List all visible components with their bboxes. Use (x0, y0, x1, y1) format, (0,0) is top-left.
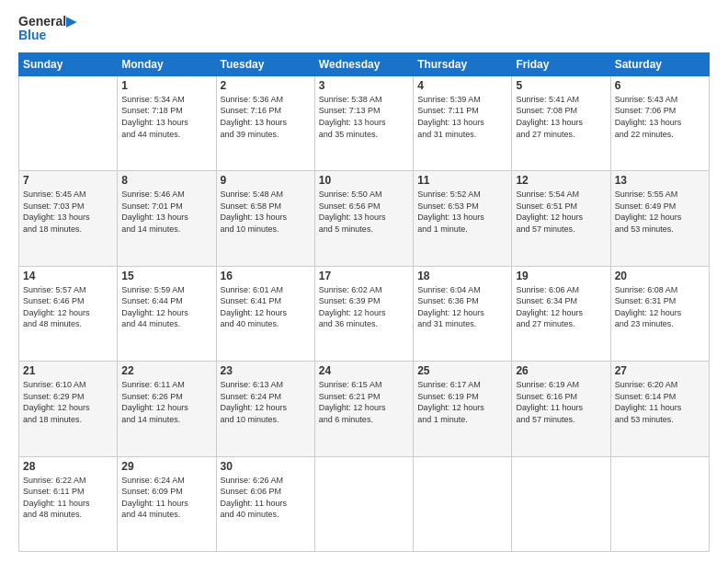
calendar-cell: 25Sunrise: 6:17 AM Sunset: 6:19 PM Dayli… (414, 362, 512, 456)
cell-info: Sunrise: 5:36 AM Sunset: 7:16 PM Dayligh… (221, 94, 311, 140)
cell-info: Sunrise: 6:10 AM Sunset: 6:29 PM Dayligh… (23, 379, 113, 425)
cell-info: Sunrise: 5:34 AM Sunset: 7:18 PM Dayligh… (121, 94, 211, 140)
calendar-cell: 16Sunrise: 6:01 AM Sunset: 6:41 PM Dayli… (216, 266, 314, 361)
week-row-3: 14Sunrise: 5:57 AM Sunset: 6:46 PM Dayli… (19, 266, 710, 361)
cell-info: Sunrise: 5:41 AM Sunset: 7:08 PM Dayligh… (516, 94, 606, 140)
day-number: 22 (121, 364, 211, 377)
calendar-cell (414, 456, 512, 551)
calendar-cell: 2Sunrise: 5:36 AM Sunset: 7:16 PM Daylig… (216, 75, 314, 170)
cell-info: Sunrise: 5:38 AM Sunset: 7:13 PM Dayligh… (319, 94, 409, 140)
cell-info: Sunrise: 5:39 AM Sunset: 7:11 PM Dayligh… (417, 94, 507, 140)
cell-info: Sunrise: 5:55 AM Sunset: 6:49 PM Dayligh… (615, 189, 705, 235)
weekday-header-tuesday: Tuesday (216, 52, 314, 75)
day-number: 23 (221, 364, 311, 377)
calendar-cell: 17Sunrise: 6:02 AM Sunset: 6:39 PM Dayli… (314, 266, 413, 361)
cell-info: Sunrise: 5:59 AM Sunset: 6:44 PM Dayligh… (121, 284, 211, 330)
logo-blue: Blue (18, 29, 46, 42)
cell-info: Sunrise: 5:45 AM Sunset: 7:03 PM Dayligh… (23, 189, 113, 235)
calendar-cell: 22Sunrise: 6:11 AM Sunset: 6:26 PM Dayli… (118, 362, 216, 456)
calendar-cell: 3Sunrise: 5:38 AM Sunset: 7:13 PM Daylig… (314, 75, 413, 170)
calendar-cell: 30Sunrise: 6:26 AM Sunset: 6:06 PM Dayli… (216, 456, 314, 551)
cell-info: Sunrise: 6:01 AM Sunset: 6:41 PM Dayligh… (221, 284, 311, 330)
day-number: 1 (121, 79, 211, 92)
day-number: 21 (23, 364, 113, 377)
calendar-cell: 13Sunrise: 5:55 AM Sunset: 6:49 PM Dayli… (610, 171, 709, 266)
day-number: 15 (121, 270, 211, 282)
cell-info: Sunrise: 5:50 AM Sunset: 6:56 PM Dayligh… (319, 189, 409, 235)
day-number: 25 (417, 364, 507, 377)
day-number: 14 (23, 270, 113, 282)
calendar-cell: 23Sunrise: 6:13 AM Sunset: 6:24 PM Dayli… (216, 362, 314, 456)
cell-info: Sunrise: 5:46 AM Sunset: 7:01 PM Dayligh… (121, 189, 211, 235)
week-row-5: 28Sunrise: 6:22 AM Sunset: 6:11 PM Dayli… (19, 456, 710, 551)
day-number: 4 (417, 79, 507, 92)
calendar-cell: 5Sunrise: 5:41 AM Sunset: 7:08 PM Daylig… (512, 75, 610, 170)
day-number: 13 (615, 174, 705, 187)
cell-info: Sunrise: 6:15 AM Sunset: 6:21 PM Dayligh… (319, 379, 409, 425)
calendar-cell: 24Sunrise: 6:15 AM Sunset: 6:21 PM Dayli… (314, 362, 413, 456)
calendar-cell: 4Sunrise: 5:39 AM Sunset: 7:11 PM Daylig… (414, 75, 512, 170)
cell-info: Sunrise: 6:20 AM Sunset: 6:14 PM Dayligh… (615, 379, 705, 425)
calendar-cell: 6Sunrise: 5:43 AM Sunset: 7:06 PM Daylig… (610, 75, 709, 170)
calendar-cell: 29Sunrise: 6:24 AM Sunset: 6:09 PM Dayli… (118, 456, 216, 551)
calendar-cell: 18Sunrise: 6:04 AM Sunset: 6:36 PM Dayli… (414, 266, 512, 361)
calendar-cell: 20Sunrise: 6:08 AM Sunset: 6:31 PM Dayli… (610, 266, 709, 361)
cell-info: Sunrise: 6:17 AM Sunset: 6:19 PM Dayligh… (417, 379, 507, 425)
week-row-4: 21Sunrise: 6:10 AM Sunset: 6:29 PM Dayli… (19, 362, 710, 456)
weekday-header-monday: Monday (118, 52, 216, 75)
calendar-cell: 9Sunrise: 5:48 AM Sunset: 6:58 PM Daylig… (216, 171, 314, 266)
calendar-cell (314, 456, 413, 551)
weekday-header-saturday: Saturday (610, 52, 709, 75)
cell-info: Sunrise: 6:22 AM Sunset: 6:11 PM Dayligh… (23, 475, 113, 521)
logo-general: General▶ (18, 15, 76, 29)
day-number: 16 (221, 270, 311, 282)
day-number: 24 (319, 364, 409, 377)
weekday-header-friday: Friday (512, 52, 610, 75)
calendar-cell: 11Sunrise: 5:52 AM Sunset: 6:53 PM Dayli… (414, 171, 512, 266)
calendar-cell: 12Sunrise: 5:54 AM Sunset: 6:51 PM Dayli… (512, 171, 610, 266)
cell-info: Sunrise: 6:04 AM Sunset: 6:36 PM Dayligh… (417, 284, 507, 330)
calendar-table: SundayMondayTuesdayWednesdayThursdayFrid… (18, 52, 710, 552)
weekday-header-wednesday: Wednesday (314, 52, 413, 75)
cell-info: Sunrise: 6:19 AM Sunset: 6:16 PM Dayligh… (516, 379, 606, 425)
cell-info: Sunrise: 6:24 AM Sunset: 6:09 PM Dayligh… (121, 475, 211, 521)
cell-info: Sunrise: 6:13 AM Sunset: 6:24 PM Dayligh… (221, 379, 311, 425)
day-number: 10 (319, 174, 409, 187)
calendar-cell (19, 75, 118, 170)
cell-info: Sunrise: 5:54 AM Sunset: 6:51 PM Dayligh… (516, 189, 606, 235)
calendar-cell (610, 456, 709, 551)
cell-info: Sunrise: 6:11 AM Sunset: 6:26 PM Dayligh… (121, 379, 211, 425)
calendar-cell: 28Sunrise: 6:22 AM Sunset: 6:11 PM Dayli… (19, 456, 118, 551)
day-number: 11 (417, 174, 507, 187)
cell-info: Sunrise: 6:26 AM Sunset: 6:06 PM Dayligh… (221, 475, 311, 521)
day-number: 29 (121, 460, 211, 473)
day-number: 8 (121, 174, 211, 187)
day-number: 6 (615, 79, 705, 92)
cell-info: Sunrise: 6:06 AM Sunset: 6:34 PM Dayligh… (516, 284, 606, 330)
page: General▶ Blue SundayMondayTuesdayWednesd… (0, 0, 728, 563)
calendar-cell: 26Sunrise: 6:19 AM Sunset: 6:16 PM Dayli… (512, 362, 610, 456)
day-number: 9 (221, 174, 311, 187)
calendar-cell (512, 456, 610, 551)
day-number: 17 (319, 270, 409, 282)
day-number: 3 (319, 79, 409, 92)
calendar-cell: 10Sunrise: 5:50 AM Sunset: 6:56 PM Dayli… (314, 171, 413, 266)
calendar-cell: 19Sunrise: 6:06 AM Sunset: 6:34 PM Dayli… (512, 266, 610, 361)
calendar-cell: 15Sunrise: 5:59 AM Sunset: 6:44 PM Dayli… (118, 266, 216, 361)
cell-info: Sunrise: 5:52 AM Sunset: 6:53 PM Dayligh… (417, 189, 507, 235)
day-number: 2 (221, 79, 311, 92)
calendar-cell: 27Sunrise: 6:20 AM Sunset: 6:14 PM Dayli… (610, 362, 709, 456)
day-number: 7 (23, 174, 113, 187)
cell-info: Sunrise: 5:43 AM Sunset: 7:06 PM Dayligh… (615, 94, 705, 140)
day-number: 26 (516, 364, 606, 377)
weekday-header-sunday: Sunday (19, 52, 118, 75)
day-number: 19 (516, 270, 606, 282)
calendar-cell: 21Sunrise: 6:10 AM Sunset: 6:29 PM Dayli… (19, 362, 118, 456)
day-number: 28 (23, 460, 113, 473)
calendar-cell: 7Sunrise: 5:45 AM Sunset: 7:03 PM Daylig… (19, 171, 118, 266)
cell-info: Sunrise: 6:02 AM Sunset: 6:39 PM Dayligh… (319, 284, 409, 330)
calendar-cell: 1Sunrise: 5:34 AM Sunset: 7:18 PM Daylig… (118, 75, 216, 170)
weekday-header-row: SundayMondayTuesdayWednesdayThursdayFrid… (19, 52, 710, 75)
weekday-header-thursday: Thursday (414, 52, 512, 75)
calendar-cell: 14Sunrise: 5:57 AM Sunset: 6:46 PM Dayli… (19, 266, 118, 361)
